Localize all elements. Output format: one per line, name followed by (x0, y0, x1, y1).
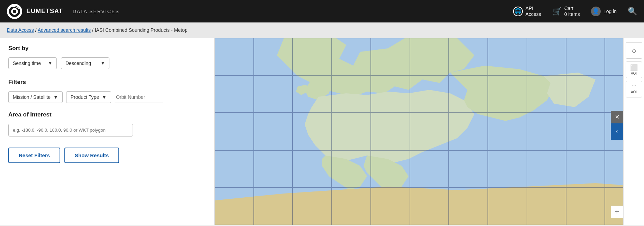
layers-tool[interactable]: ◇ (626, 42, 642, 59)
aoi-input[interactable] (8, 124, 133, 136)
breadcrumb-advanced-search[interactable]: Advanced search results (38, 27, 91, 33)
product-type-dropdown[interactable]: Product Type ▼ (66, 91, 111, 103)
sort-section-title: Sort by (8, 45, 206, 52)
breadcrumb-current: IASI Combined Sounding Products - Metop (95, 27, 188, 33)
filters-title: Filters (8, 79, 206, 86)
x-icon: ✕ (615, 114, 619, 120)
rectangle-aoi-tool[interactable]: ⬜ AOI (626, 62, 642, 78)
map-svg (215, 38, 644, 225)
breadcrumb-sep2: / (91, 27, 95, 33)
brand-name: EUMETSAT (26, 8, 63, 15)
login-label: Log in (603, 9, 617, 14)
sort-field-value: Sensing time (13, 60, 41, 66)
svg-point-3 (13, 10, 16, 13)
product-type-chevron: ▼ (102, 94, 107, 100)
rectangle-aoi-label: AOI (631, 72, 637, 75)
login-button[interactable]: 👤 Log in (591, 7, 617, 16)
cart-button[interactable]: 🛒 Cart 0 items (552, 6, 580, 17)
main-layout: Sort by Sensing time ▼ Descending ▼ Filt… (0, 38, 644, 225)
api-access-button[interactable]: 🌐 API Access (513, 6, 541, 17)
right-sidebar: ◇ ⬜ AOI ⌒ AOI (623, 38, 644, 225)
breadcrumb-sep1: / (34, 27, 38, 33)
aoi-title: Area of Interest (8, 111, 206, 118)
mission-satellite-dropdown[interactable]: Mission / Satellite ▼ (8, 91, 63, 103)
header: EUMETSAT DATA SERVICES 🌐 API Access 🛒 Ca… (0, 0, 644, 22)
mission-chevron: ▼ (53, 94, 58, 100)
chevron-left-icon: ‹ (616, 128, 618, 135)
breadcrumb-data-access[interactable]: Data Access (7, 27, 34, 33)
api-label-line2: Access (526, 11, 541, 17)
sort-order-chevron: ▼ (101, 61, 105, 66)
cart-label-line2: 0 items (564, 11, 580, 17)
show-results-button[interactable]: Show Results (64, 148, 119, 163)
logo-icon (7, 4, 22, 19)
polygon-aoi-label: AOI (631, 90, 637, 94)
mission-label: Mission / Satellite (13, 94, 51, 100)
logo-area: EUMETSAT DATA SERVICES (7, 4, 119, 19)
plus-icon: + (615, 207, 619, 216)
layers-icon: ◇ (632, 47, 636, 54)
reset-filters-button[interactable]: Reset Filters (8, 148, 60, 163)
sort-row: Sensing time ▼ Descending ▼ (8, 57, 206, 69)
header-nav: 🌐 API Access 🛒 Cart 0 items 👤 Log in 🔍 (513, 6, 637, 17)
polygon-icon: ⌒ (632, 85, 636, 90)
cart-label-line1: Cart (564, 6, 580, 11)
api-label-line1: API (526, 6, 541, 11)
button-row: Reset Filters Show Results (8, 148, 206, 163)
sort-field-dropdown[interactable]: Sensing time ▼ (8, 57, 57, 69)
map-area: ✕ ‹ + ◇ ⬜ AOI ⌒ AOI (215, 38, 644, 225)
left-panel: Sort by Sensing time ▼ Descending ▼ Filt… (0, 38, 215, 225)
breadcrumb: Data Access / Advanced search results / … (0, 22, 644, 38)
collapse-panel-button[interactable]: ‹ (611, 123, 623, 140)
filters-section: Filters Mission / Satellite ▼ Product Ty… (8, 79, 206, 103)
orbit-number-input[interactable] (115, 92, 163, 103)
product-type-label: Product Type (71, 94, 99, 100)
service-name: DATA SERVICES (73, 9, 119, 14)
sort-order-dropdown[interactable]: Descending ▼ (61, 57, 109, 69)
user-icon: 👤 (591, 7, 601, 16)
polygon-aoi-tool[interactable]: ⌒ AOI (626, 81, 642, 97)
sort-field-chevron: ▼ (48, 61, 52, 66)
search-button[interactable]: 🔍 (628, 7, 637, 16)
rectangle-icon: ⬜ (630, 65, 638, 71)
sort-order-value: Descending (65, 60, 91, 66)
search-icon: 🔍 (628, 7, 637, 16)
cart-icon: 🛒 (552, 7, 562, 16)
aoi-section: Area of Interest (8, 111, 206, 136)
filter-row: Mission / Satellite ▼ Product Type ▼ (8, 91, 206, 103)
add-button[interactable]: + (611, 206, 623, 218)
close-x-button[interactable]: ✕ (611, 111, 623, 123)
globe-icon: 🌐 (513, 7, 523, 16)
